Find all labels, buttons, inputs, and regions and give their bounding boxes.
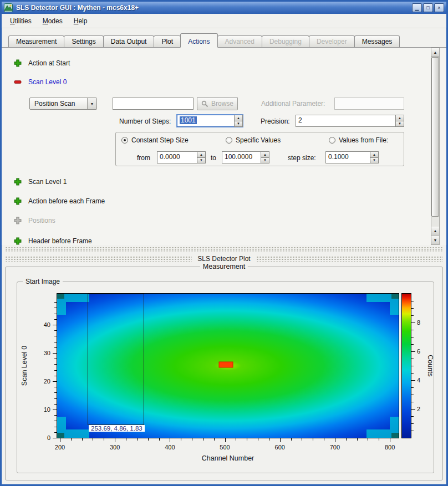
tick-mark — [291, 438, 292, 441]
tick-mark — [170, 438, 170, 442]
precision-value: 2 — [298, 116, 302, 124]
tick-mark — [411, 416, 414, 417]
scroll-down-button[interactable]: ▼ — [431, 236, 439, 244]
scrollbar-thumb[interactable] — [431, 57, 439, 217]
scroll-up-button[interactable]: ▲ — [431, 48, 439, 57]
scan-mode-select[interactable]: Position Scan ▼ — [29, 98, 97, 110]
browse-label: Browse — [211, 100, 233, 108]
tick-label: 200 — [55, 444, 65, 451]
number-of-steps-value: 1001 — [180, 116, 197, 124]
tick-label: 700 — [330, 444, 340, 451]
close-button[interactable]: × — [434, 3, 444, 12]
tick-mark — [411, 431, 414, 431]
tick-mark — [258, 438, 258, 441]
spin-down-button[interactable]: ▼ — [197, 158, 206, 164]
tab-plot[interactable]: Plot — [154, 35, 181, 47]
y-axis-title-text: Scan Level 0 — [21, 346, 28, 386]
to-spinbox[interactable]: 100.0000 ▲ ▼ — [222, 151, 269, 163]
tab-advanced: Advanced — [217, 35, 262, 47]
radio-dot-icon — [121, 137, 128, 144]
plot-canvas[interactable]: 253.69, 4.86, 1.83 — [57, 293, 399, 438]
y-tick-marks — [52, 294, 57, 438]
tick-mark — [53, 410, 57, 410]
tick-mark — [192, 438, 192, 441]
from-label: from — [137, 154, 150, 162]
scroll-up-button-bottom[interactable]: ▲ — [431, 227, 439, 236]
x-axis-title-text: Channel Number — [202, 454, 254, 462]
spin-up-button[interactable]: ▲ — [261, 151, 269, 158]
spin-up-button[interactable]: ▲ — [197, 151, 206, 158]
actions-pane: Action at Start Scan Level 0 Position Sc… — [2, 48, 446, 245]
radio-values-from-file[interactable]: Values from File: — [329, 136, 388, 144]
step-size-spinbox[interactable]: 0.1000 ▲ ▼ — [325, 151, 379, 163]
vertical-scrollbar[interactable]: ▲ ▲ ▼ — [431, 48, 440, 245]
number-of-steps-spinbox[interactable]: 1001 ▲ ▼ — [177, 115, 243, 127]
y-axis-title: Scan Level 0 — [18, 293, 30, 438]
menu-modes[interactable]: Modes — [39, 16, 67, 27]
menu-utilities[interactable]: Utilities — [6, 16, 35, 27]
from-spinbox[interactable]: 0.0000 ▲ ▼ — [157, 151, 206, 163]
additional-parameter-label: Additional Parameter: — [261, 100, 325, 108]
colorbar-tick-marks — [411, 294, 416, 438]
tick-label: 4 — [417, 377, 420, 383]
scan-level-0-row[interactable]: Scan Level 0 — [14, 78, 67, 86]
spin-up-button[interactable]: ▲ — [234, 115, 243, 121]
tick-label: 300 — [110, 444, 120, 451]
tick-mark — [126, 438, 126, 441]
spin-value-field[interactable]: 100.0000 — [222, 151, 261, 163]
minus-icon — [14, 78, 22, 86]
tick-mark — [411, 315, 414, 316]
tick-label: 20 — [44, 378, 50, 385]
additional-parameter-input — [334, 98, 404, 110]
menu-help[interactable]: Help — [70, 16, 91, 27]
spin-value-field[interactable]: 0.0000 — [157, 151, 197, 163]
spin-down-button[interactable]: ▼ — [370, 158, 379, 164]
scan-script-input[interactable] — [113, 98, 194, 110]
tab-actions[interactable]: Actions — [180, 33, 217, 48]
spin-down-button[interactable]: ▼ — [395, 121, 404, 127]
spin-down-button[interactable]: ▼ — [261, 158, 269, 164]
minimize-button[interactable]: ▁ — [412, 3, 422, 12]
positions-row: Positions — [14, 216, 55, 225]
tab-measurement[interactable]: Measurement — [8, 35, 64, 47]
dock-dots-right — [256, 256, 443, 262]
tab-settings[interactable]: Settings — [64, 35, 103, 47]
spin-up-button[interactable]: ▲ — [370, 151, 379, 158]
plus-icon — [14, 59, 22, 67]
header-before-frame-row[interactable]: Header before Frame — [14, 237, 92, 245]
tab-data-output[interactable]: Data Output — [103, 35, 155, 47]
tab-messages[interactable]: Messages — [354, 35, 400, 47]
tick-label: 400 — [165, 444, 175, 451]
splitter-handle[interactable] — [5, 247, 443, 252]
tick-mark — [346, 438, 347, 441]
colorbar — [401, 293, 411, 438]
tick-mark — [53, 381, 57, 382]
spin-value-field[interactable]: 2 — [296, 115, 395, 127]
title-bar[interactable]: SLS Detector GUI : Mythen - mcs6x18+ ▁ □… — [2, 2, 446, 14]
tick-mark — [53, 438, 57, 438]
maximize-button[interactable]: □ — [423, 3, 433, 12]
spin-down-button[interactable]: ▼ — [234, 121, 243, 127]
radio-label: Specific Values — [236, 136, 281, 144]
spin-up-button[interactable]: ▲ — [395, 115, 404, 121]
tick-mark — [203, 438, 203, 441]
spin-value-field[interactable]: 0.1000 — [325, 151, 370, 163]
radio-constant-step-size[interactable]: Constant Step Size — [121, 136, 189, 144]
spin-value-field[interactable]: 1001 — [177, 115, 234, 127]
action-row-label: Positions — [28, 217, 55, 224]
from-value: 0.0000 — [160, 153, 180, 161]
chevron-down-icon[interactable]: ▼ — [87, 98, 96, 109]
tick-mark — [411, 373, 414, 374]
tick-mark — [269, 438, 269, 441]
scan-level-1-row[interactable]: Scan Level 1 — [14, 177, 67, 186]
action-row-label: Scan Level 1 — [28, 178, 67, 186]
precision-spinbox[interactable]: 2 ▲ ▼ — [296, 115, 404, 127]
tick-mark — [411, 395, 414, 395]
radio-label: Values from File: — [339, 136, 388, 144]
tick-label: 2 — [417, 406, 420, 412]
radio-specific-values[interactable]: Specific Values — [226, 136, 281, 144]
action-before-frame-row[interactable]: Action before each Frame — [14, 197, 105, 206]
action-at-start-row[interactable]: Action at Start — [14, 59, 70, 68]
tick-mark — [324, 438, 324, 441]
tick-mark — [390, 438, 390, 442]
